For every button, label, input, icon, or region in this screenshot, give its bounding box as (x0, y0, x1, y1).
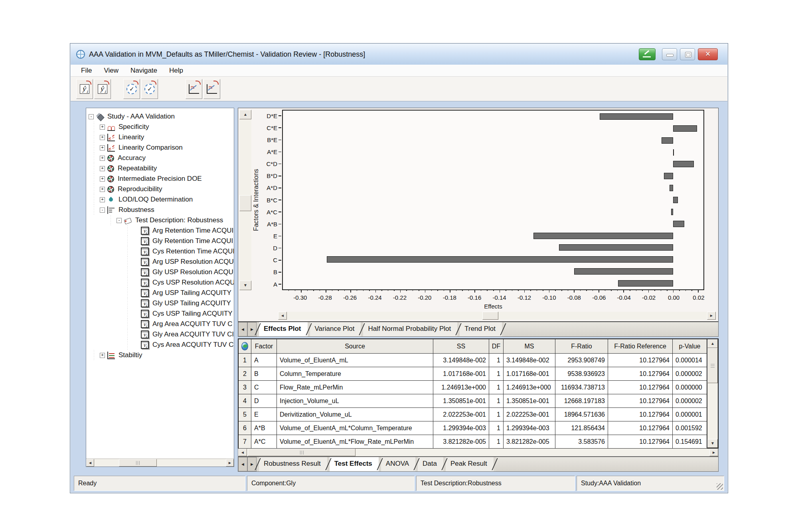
tree-item-study-aaa-validation[interactable]: -Study - AAA Validation (86, 111, 234, 122)
table-vscroll-track[interactable] (707, 348, 718, 439)
tree-item-arg-usp-tailing-acquity[interactable]: Arg USP Tailing ACQUITY (86, 288, 234, 298)
menu-view[interactable]: View (99, 65, 123, 76)
scroll-left-icon[interactable]: ◄ (86, 459, 94, 467)
header-f-ratio-reference[interactable]: F-Ratio Reference (608, 339, 673, 354)
expander-plus-icon[interactable]: + (100, 197, 105, 202)
chart-vscroll-track[interactable] (239, 119, 251, 281)
expander-plus-icon[interactable]: + (100, 156, 105, 161)
tab-peak-result[interactable]: Peak Result (446, 457, 494, 471)
header-icon[interactable] (239, 339, 251, 354)
table-row[interactable]: 1AVolume_of_EluentA_mL3.149848e-00213.14… (239, 354, 707, 367)
table-row[interactable]: 2BColumn_Temperature1.017168e-00111.0171… (239, 367, 707, 381)
table-row[interactable]: 6A*BVolume_of_EluentA_mL*Column_Temperat… (239, 421, 707, 435)
scroll-right-icon[interactable]: ► (707, 312, 716, 320)
header-ms[interactable]: MS (504, 339, 555, 354)
tree-item-linearity[interactable]: +Linearity (86, 132, 234, 142)
table-horizontal-scrollbar[interactable]: ◄ ► (238, 449, 719, 457)
tree-horizontal-scrollbar[interactable]: ◄ ► (86, 459, 234, 467)
header-factor[interactable]: Factor (251, 339, 277, 354)
tree-item-cys-area-acquity-tuv-c[interactable]: Cys Area ACQUITY TUV C (86, 340, 234, 350)
expander-plus-icon[interactable]: + (100, 135, 105, 140)
tree-item-arg-usp-resolution-acqu[interactable]: Arg USP Resolution ACQU (86, 257, 234, 267)
tree-item-intermediate-precision-doe[interactable]: +Intermediate Precision DOE (86, 174, 234, 184)
menu-help[interactable]: Help (164, 65, 188, 76)
minimize-button[interactable] (662, 48, 677, 60)
expander-plus-icon[interactable]: + (100, 166, 105, 171)
tree-item-gly-usp-resolution-acqu[interactable]: Gly USP Resolution ACQU (86, 267, 234, 277)
chart-hscroll-thumb[interactable] (482, 312, 498, 320)
tree-item-lod-loq-determination[interactable]: +LOD/LOQ Determination (86, 194, 234, 205)
scroll-up-icon[interactable]: ▲ (239, 110, 251, 119)
header-f-ratio[interactable]: F-Ratio (555, 339, 608, 354)
expander-minus-icon[interactable]: - (100, 208, 105, 213)
tab-anova[interactable]: ANOVA (381, 457, 415, 471)
tab-scroll-left-icon[interactable]: ◄ (238, 457, 247, 471)
tree-item-specificity[interactable]: +Specificity (86, 122, 234, 132)
tree-item-arg-area-acquity-tuv-c[interactable]: Arg Area ACQUITY TUV C (86, 319, 234, 329)
tab-variance-plot[interactable]: Variance Plot (310, 322, 361, 336)
tree-item-arg-retention-time-acqui[interactable]: Arg Retention Time ACQUI (86, 225, 234, 236)
table-vertical-scrollbar[interactable]: ▲ ▼ (707, 339, 718, 448)
effects-plot-button[interactable] (186, 79, 202, 99)
table-row[interactable]: 4DInjection_Volume_uL1.350851e-00111.350… (239, 394, 707, 408)
maximize-button[interactable] (680, 48, 695, 60)
expander-plus-icon[interactable]: + (100, 187, 105, 192)
tree-item-gly-area-acquity-tuv-cl[interactable]: Gly Area ACQUITY TUV Cl (86, 329, 234, 340)
tab-data[interactable]: Data (418, 457, 443, 471)
chart-vertical-scrollbar[interactable]: ▲ ▼ (239, 110, 251, 290)
scroll-left-icon[interactable]: ◄ (238, 449, 247, 456)
yhat-report-2-button[interactable] (94, 79, 111, 99)
scroll-down-icon[interactable]: ▼ (239, 281, 251, 290)
scroll-right-icon[interactable]: ► (226, 459, 234, 467)
yhat-report-button[interactable] (76, 79, 93, 99)
expander-minus-icon[interactable]: - (117, 218, 122, 223)
menu-navigate[interactable]: Navigate (126, 65, 162, 76)
tab-scroll-left-icon[interactable]: ◄ (238, 322, 247, 336)
table-row[interactable]: 7A*CVolume_of_EluentA_mL*Flow_Rate_mLPer… (239, 435, 707, 449)
table-vscroll-thumb[interactable] (707, 348, 718, 383)
effects-plot-2-button[interactable] (203, 79, 220, 99)
scroll-left-icon[interactable]: ◄ (278, 312, 287, 320)
tree-item-cys-usp-resolution-acqu[interactable]: Cys USP Resolution ACQU (86, 277, 234, 288)
tab-half-normal-probability-plot[interactable]: Half Normal Probability Plot (363, 322, 457, 336)
review-check-button[interactable] (123, 79, 140, 99)
chart-horizontal-scrollbar[interactable]: ◄ ► (278, 312, 716, 320)
tree-item-cys-usp-tailing-acquity[interactable]: Cys USP Tailing ACQUITY (86, 309, 234, 319)
tab-test-effects[interactable]: Test Effects (330, 457, 379, 471)
tree-item-cys-retention-time-acqui[interactable]: Cys Retention Time ACQUI (86, 246, 234, 257)
header-ss[interactable]: SS (433, 339, 489, 354)
tree-scroll-track[interactable] (94, 459, 226, 467)
expander-plus-icon[interactable]: + (100, 125, 105, 130)
tree-item-test-description-robustness[interactable]: -Test Description: Robustness (86, 215, 234, 225)
menu-file[interactable]: File (76, 65, 97, 76)
expander-plus-icon[interactable]: + (100, 145, 105, 150)
tab-robustness-result[interactable]: Robustness Result (259, 457, 327, 471)
pen-window-button[interactable] (639, 48, 656, 60)
tree-item-gly-retention-time-acqui[interactable]: Gly Retention Time ACQUI (86, 236, 234, 246)
table-hscroll-thumb[interactable] (248, 449, 356, 456)
header-df[interactable]: DF (489, 339, 504, 354)
tree-item-accuracy[interactable]: +Accuracy (86, 153, 234, 163)
header-source[interactable]: Source (277, 339, 433, 354)
tree-item-linearity-comparison[interactable]: +Linearity Comparison (86, 142, 234, 153)
tree-item-robustness[interactable]: -Robustness (86, 205, 234, 215)
chart-hscroll-track[interactable] (287, 312, 707, 320)
expander-plus-icon[interactable]: + (100, 176, 105, 182)
tree-item-gly-usp-tailing-acquity[interactable]: Gly USP Tailing ACQUITY (86, 298, 234, 309)
title-bar[interactable]: AAA Validation in MVM_Defaults as TMille… (71, 44, 727, 65)
scroll-right-icon[interactable]: ► (709, 449, 718, 456)
expander-minus-icon[interactable]: - (89, 114, 94, 119)
tree-item-stabiltiy[interactable]: +Stabiltiy (86, 350, 234, 360)
tree-item-reproducibility[interactable]: +Reproducibility (86, 184, 234, 194)
review-check-2-button[interactable] (141, 79, 158, 99)
tree-item-repeatability[interactable]: +Repeatability (86, 163, 234, 174)
expander-plus-icon[interactable]: + (100, 353, 105, 358)
tab-trend-plot[interactable]: Trend Plot (460, 322, 502, 336)
chart-vscroll-thumb[interactable] (239, 195, 251, 211)
header-p-value[interactable]: p-Value (673, 339, 707, 354)
tree-scroll-thumb[interactable] (119, 459, 157, 467)
table-row[interactable]: 5EDerivitization_Volume_uL2.022253e-0011… (239, 408, 707, 421)
table-hscroll-track[interactable] (247, 449, 709, 456)
close-button[interactable]: ✕ (698, 48, 718, 60)
tab-effects-plot[interactable]: Effects Plot (259, 322, 308, 336)
